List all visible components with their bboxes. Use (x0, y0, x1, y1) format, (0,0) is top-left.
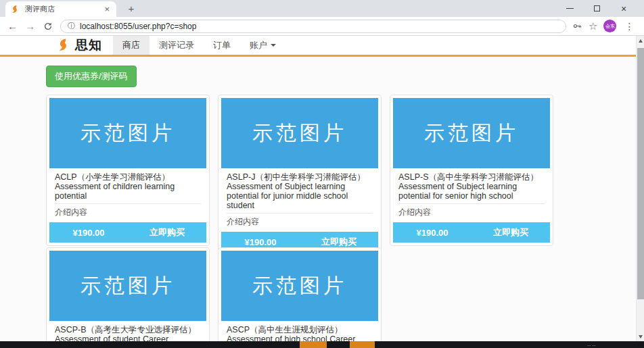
brand[interactable]: 思知 (57, 36, 102, 55)
product-title: ASCP-B（高考生大学专业选择评估）Assessment of student… (55, 325, 201, 341)
browser-tab[interactable]: 测评商店 × (5, 1, 116, 17)
page-info-icon[interactable]: ⓘ (68, 21, 75, 31)
brand-name: 思知 (75, 36, 102, 54)
product-card: 示范图片 ASCP（高中生生涯规划评估）Assessment of high s… (218, 247, 382, 341)
close-icon[interactable]: × (610, 0, 637, 17)
product-image[interactable]: 示范图片 (49, 251, 206, 321)
product-title: ASLP-S（高中生学科学习潜能评估）Assessment of Subject… (398, 172, 545, 201)
password-key-icon[interactable] (572, 21, 582, 31)
scroll-up-icon[interactable] (637, 36, 644, 45)
browser-menu-icon[interactable]: ⋮ (622, 22, 636, 31)
address-bar[interactable]: ⓘ localhost:8055/user.php?c=shop (60, 20, 566, 33)
brand-logo-icon (57, 38, 72, 53)
profile-avatar[interactable]: 会东 (603, 20, 616, 32)
taskbar-sliver: ‥‥ (0, 341, 644, 348)
product-title: ASCP（高中生生涯规划评估）Assessment of high school… (227, 325, 373, 341)
product-card: 示范图片 ACLP（小学生学习潜能评估）Assessment of childr… (46, 95, 210, 246)
product-footer: ¥190.00 立即购买 (49, 222, 206, 243)
use-coupon-button[interactable]: 使用优惠券/测评码 (46, 66, 137, 87)
product-title: ASLP-J（初中生学科学习潜能评估）Assessment of Subject… (227, 172, 373, 210)
buy-now-button[interactable]: 立即购买 (128, 222, 206, 243)
product-image[interactable]: 示范图片 (49, 98, 206, 168)
product-row: 示范图片 ASCP-B（高考生大学专业选择评估）Assessment of st… (46, 247, 382, 341)
product-row: 示范图片 ACLP（小学生学习潜能评估）Assessment of childr… (46, 95, 553, 255)
new-tab-icon[interactable]: + (124, 2, 139, 15)
divider (227, 213, 373, 214)
forward-icon[interactable]: → (25, 21, 35, 31)
product-image[interactable]: 示范图片 (221, 251, 378, 321)
tab-title: 测评商店 (25, 4, 103, 14)
bookmark-star-icon[interactable]: ☆ (589, 21, 597, 31)
nav-item-shop[interactable]: 商店 (113, 36, 150, 55)
scrollbar[interactable] (636, 36, 644, 341)
divider (55, 203, 201, 204)
taskbar-icon (300, 341, 327, 348)
url-text: localhost:8055/user.php?c=shop (80, 22, 196, 31)
window-controls: × (556, 0, 637, 17)
taskbar-icon (350, 341, 375, 348)
product-title: ACLP（小学生学习潜能评估）Assessment of children le… (55, 172, 201, 201)
product-price: ¥190.00 (49, 222, 128, 243)
product-card: 示范图片 ASLP-J（初中生学科学习潜能评估）Assessment of Su… (218, 95, 382, 255)
product-image[interactable]: 示范图片 (221, 98, 378, 168)
product-footer: ¥190.00 立即购买 (393, 222, 550, 243)
nav-item-records[interactable]: 测评记录 (150, 36, 204, 55)
nav-item-orders[interactable]: 订单 (204, 36, 240, 55)
buy-now-button[interactable]: 立即购买 (472, 222, 550, 243)
taskbar-clock-fragment: ‥‥ (587, 343, 602, 346)
chevron-down-icon (271, 44, 276, 47)
nav-item-account[interactable]: 账户 (240, 36, 285, 55)
favicon-logo-icon (11, 5, 20, 14)
product-card: 示范图片 ASCP-B（高考生大学专业选择评估）Assessment of st… (46, 247, 210, 341)
browser-window: 测评商店 × + × ← → ⓘ localhost:8055/user.php… (0, 0, 644, 348)
tab-strip: 测评商店 × + × (0, 0, 644, 17)
product-intro: 介绍内容 (55, 207, 201, 218)
nav-items: 商店 测评记录 订单 账户 (113, 36, 285, 55)
tab-close-icon[interactable]: × (103, 5, 111, 14)
back-icon[interactable]: ← (7, 21, 18, 31)
scrollbar-thumb[interactable] (637, 48, 644, 299)
page-viewport: 思知 商店 测评记录 订单 账户 使用优惠券/测评码 示范图片 ACLP（小学生… (0, 36, 644, 341)
browser-toolbar: ← → ⓘ localhost:8055/user.php?c=shop ☆ 会… (0, 17, 644, 36)
maximize-icon[interactable] (583, 0, 610, 17)
product-image[interactable]: 示范图片 (393, 98, 550, 168)
refresh-icon[interactable] (43, 22, 53, 31)
divider (398, 203, 545, 204)
product-intro: 介绍内容 (398, 207, 545, 218)
minimize-icon[interactable] (556, 0, 583, 17)
site-navbar: 思知 商店 测评记录 订单 账户 (0, 36, 644, 57)
scroll-down-icon[interactable] (637, 332, 644, 341)
product-card: 示范图片 ASLP-S（高中生学科学习潜能评估）Assessment of Su… (390, 95, 553, 246)
toolbar-right: ☆ 会东 ⋮ (572, 20, 636, 32)
product-intro: 介绍内容 (227, 216, 373, 228)
product-price: ¥190.00 (393, 222, 472, 243)
